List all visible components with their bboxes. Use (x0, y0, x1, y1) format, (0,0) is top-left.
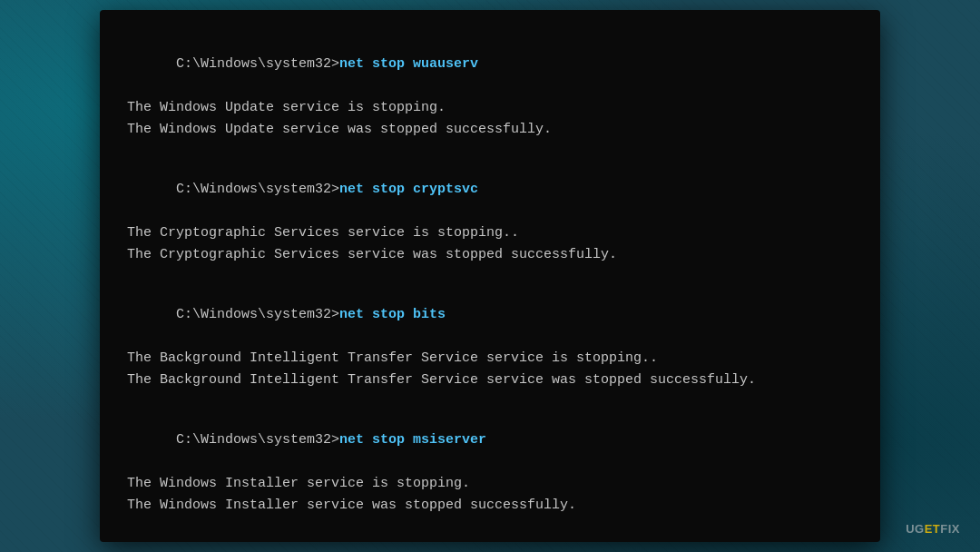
command-block-cryptsvc: C:\Windows\system32>net stop cryptsvc Th… (127, 157, 853, 266)
watermark-fix: FIX (940, 522, 960, 536)
command-text-1: net stop wuauserv (339, 56, 478, 72)
command-block-msiserver: C:\Windows\system32>net stop msiserver T… (127, 408, 853, 517)
output-line-4-2: The Windows Installer service was stoppe… (127, 495, 853, 517)
watermark-u: UG (906, 522, 925, 536)
output-line-3-2: The Background Intelligent Transfer Serv… (127, 370, 853, 391)
command-line-1: C:\Windows\system32>net stop wuauserv (127, 32, 853, 97)
command-text-2: net stop cryptsvc (339, 182, 478, 197)
command-line-2: C:\Windows\system32>net stop cryptsvc (127, 157, 853, 222)
watermark: UGETFIX (906, 522, 960, 536)
output-line-3-1: The Background Intelligent Transfer Serv… (127, 348, 853, 370)
terminal-window: C:\Windows\system32>net stop wuauserv Th… (100, 10, 880, 542)
output-line-1-2: The Windows Update service was stopped s… (127, 119, 853, 141)
watermark-get: ET (925, 522, 941, 536)
output-line-2-1: The Cryptographic Services service is st… (127, 222, 853, 244)
prompt-4: C:\Windows\system32> (176, 432, 339, 448)
prompt-1: C:\Windows\system32> (176, 56, 339, 72)
prompt-2: C:\Windows\system32> (176, 182, 339, 197)
command-text-3: net stop bits (339, 307, 446, 322)
command-line-4: C:\Windows\system32>net stop msiserver (127, 408, 853, 473)
output-line-1-1: The Windows Update service is stopping. (127, 97, 853, 119)
output-line-4-1: The Windows Installer service is stoppin… (127, 473, 853, 495)
command-block-bits: C:\Windows\system32>net stop bits The Ba… (127, 282, 853, 391)
command-line-3: C:\Windows\system32>net stop bits (127, 282, 853, 348)
command-block-wuauserv: C:\Windows\system32>net stop wuauserv Th… (127, 32, 853, 141)
command-text-4: net stop msiserver (339, 432, 486, 448)
prompt-3: C:\Windows\system32> (176, 307, 339, 322)
output-line-2-2: The Cryptographic Services service was s… (127, 244, 853, 266)
